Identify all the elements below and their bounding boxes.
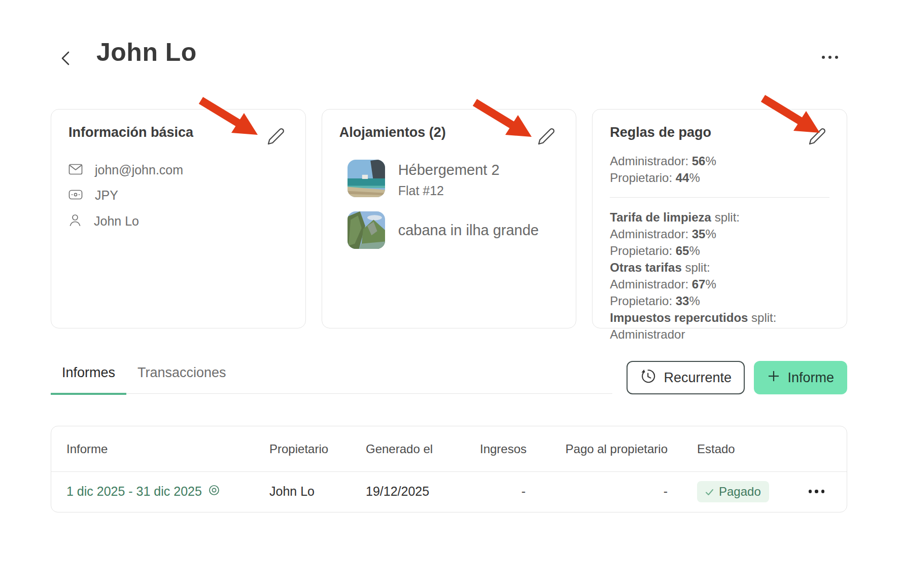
email-value: john@john.com [95, 163, 183, 177]
split-line: Propietario: 44% [610, 169, 829, 186]
table-row: 1 dic 2025 - 31 dic 2025 John Lo 19/12/2… [51, 472, 847, 511]
split-line: Otras tarifas split: [610, 259, 829, 276]
divider [610, 197, 829, 198]
pencil-icon [537, 139, 556, 147]
owner-name-row: John Lo [68, 213, 288, 229]
split-line: Propietario: 33% [610, 292, 829, 309]
banknote-icon [68, 190, 83, 202]
listings-title: Alojamientos (2) [339, 125, 559, 140]
listings-card: Alojamientos (2) Hébergement 2 Flat #12 [322, 109, 577, 328]
row-menu-button[interactable] [809, 490, 825, 493]
table-header-row: Informe Propietario Generado el Ingresos… [51, 426, 847, 472]
header-estado: Estado [668, 442, 799, 456]
pencil-icon [267, 139, 285, 147]
payment-rules-card: Reglas de pago Administrador: 56% Propie… [592, 109, 847, 328]
listing-subtitle: Flat #12 [398, 183, 500, 198]
view-icon[interactable] [208, 484, 220, 499]
payment-rules-body: Administrador: 56% Propietario: 44% Tari… [610, 153, 829, 343]
status-badge: Pagado [697, 481, 769, 502]
payment-rules-title: Reglas de pago [610, 125, 829, 140]
listing-thumbnail [348, 211, 385, 249]
report-period-label: 1 dic 2025 - 31 dic 2025 [66, 484, 202, 499]
split-line: Administrador: 67% [610, 276, 829, 292]
listing-name: cabana in ilha grande [398, 222, 539, 239]
header-propietario: Propietario [269, 442, 366, 456]
listing-text: cabana in ilha grande [398, 222, 539, 239]
split-line: Propietario: 65% [610, 242, 829, 259]
ellipsis-icon [822, 56, 825, 59]
page-title: John Lo [96, 38, 197, 67]
tabs: Informes Transacciones [51, 361, 612, 394]
email-row: john@john.com [68, 163, 288, 177]
tab-transacciones[interactable]: Transacciones [126, 361, 237, 395]
pencil-icon [808, 139, 826, 147]
recurrente-label: Recurrente [664, 370, 732, 386]
cell-pago-al-propietario: - [526, 484, 668, 499]
informe-button[interactable]: Informe [754, 361, 847, 394]
back-button[interactable] [57, 49, 75, 69]
currency-row: JPY [68, 188, 288, 203]
split-line: Administrador: 56% [610, 153, 829, 169]
cell-ingresos: - [480, 484, 526, 499]
check-icon [705, 485, 714, 499]
listing-thumbnail [348, 160, 385, 197]
report-period-link[interactable]: 1 dic 2025 - 31 dic 2025 [66, 484, 269, 499]
basic-info-card: Información básica john@john.com [51, 109, 306, 328]
listing-item[interactable]: cabana in ilha grande [348, 211, 559, 249]
page-menu-button[interactable] [822, 56, 838, 59]
basic-info-title: Información básica [68, 125, 288, 140]
split-line: Tarifa de limpieza split: [610, 209, 829, 226]
person-icon [68, 213, 82, 229]
edit-listings-button[interactable] [536, 127, 557, 147]
ellipsis-icon [809, 490, 812, 493]
owner-name-value: John Lo [94, 214, 139, 229]
split-line: Administrador: 35% [610, 226, 829, 242]
listing-text: Hébergement 2 Flat #12 [398, 160, 500, 198]
header-ingresos: Ingresos [480, 442, 526, 456]
edit-basic-info-button[interactable] [266, 127, 286, 147]
listing-list: Hébergement 2 Flat #12 cabana in ilha gr… [339, 160, 559, 249]
header-informe: Informe [66, 442, 269, 456]
basic-info-rows: john@john.com JPY John Lo [68, 163, 288, 229]
header-pago-al-propietario: Pago al propietario [526, 442, 668, 456]
listing-item[interactable]: Hébergement 2 Flat #12 [348, 160, 559, 198]
split-line: Impuestos repercutidos split: Administra… [610, 309, 829, 343]
envelope-icon [68, 164, 83, 177]
listing-name: Hébergement 2 [398, 162, 500, 178]
plus-icon [767, 370, 780, 386]
cell-generado-el: 19/12/2025 [366, 484, 480, 499]
reports-table: Informe Propietario Generado el Ingresos… [51, 426, 847, 512]
chevron-left-icon [58, 61, 74, 68]
recurrente-button[interactable]: Recurrente [627, 361, 745, 394]
history-icon [640, 368, 656, 388]
status-label: Pagado [719, 485, 761, 499]
owner-detail-page: John Lo Información básica john@john.com [0, 0, 902, 588]
summary-cards: Información básica john@john.com [51, 109, 847, 328]
tab-informes[interactable]: Informes [51, 361, 126, 395]
informe-label: Informe [787, 370, 834, 386]
currency-value: JPY [95, 188, 118, 203]
edit-payment-rules-button[interactable] [807, 127, 827, 147]
header-generado-el: Generado el [366, 442, 480, 456]
cell-propietario: John Lo [269, 484, 366, 499]
cell-estado: Pagado [668, 481, 799, 502]
